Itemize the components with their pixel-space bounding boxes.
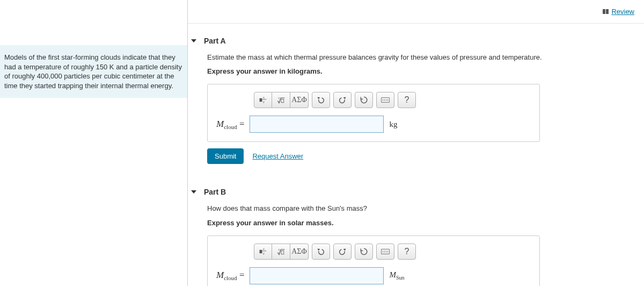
redo-button[interactable] bbox=[333, 92, 352, 108]
greek-button[interactable]: ΑΣΦ bbox=[290, 92, 309, 108]
reset-button[interactable] bbox=[355, 92, 373, 108]
part-a-instruction: Estimate the mass at which thermal press… bbox=[207, 53, 644, 62]
part-a-answer-row: Mcloud = kg bbox=[216, 116, 531, 133]
review-label: Review bbox=[611, 8, 634, 16]
radical-button[interactable]: x bbox=[272, 92, 290, 108]
keyboard-icon bbox=[381, 97, 390, 103]
part-a-variable: Mcloud = bbox=[216, 119, 244, 130]
keyboard-icon bbox=[381, 249, 390, 254]
svg-rect-11 bbox=[281, 251, 284, 254]
help-button[interactable]: ? bbox=[398, 92, 416, 108]
keyboard-button[interactable] bbox=[376, 92, 394, 108]
svg-text:x: x bbox=[278, 97, 280, 99]
caret-down-icon bbox=[191, 190, 196, 194]
part-b-title: Part B bbox=[204, 188, 226, 196]
caret-down-icon bbox=[191, 39, 196, 42]
request-answer-link[interactable]: Request Answer bbox=[252, 152, 303, 160]
review-icon bbox=[603, 9, 609, 14]
part-b-variable: Mcloud = bbox=[216, 270, 244, 281]
part-b-instruction: How does that mass compare with the Sun'… bbox=[207, 204, 644, 213]
main-content: Review Part A Estimate the mass at which… bbox=[188, 0, 644, 286]
part-a-toolbar: xy x ΑΣΦ bbox=[254, 92, 531, 108]
radical-button[interactable]: x bbox=[272, 244, 290, 260]
svg-rect-5 bbox=[281, 99, 284, 103]
review-link[interactable]: Review bbox=[603, 8, 634, 16]
svg-rect-0 bbox=[260, 98, 262, 102]
part-a-answer-box: xy x ΑΣΦ bbox=[207, 84, 540, 142]
part-b-input[interactable] bbox=[250, 267, 384, 284]
svg-rect-6 bbox=[260, 250, 262, 253]
part-a-actions: Submit Request Answer bbox=[207, 148, 644, 164]
greek-button[interactable]: ΑΣΦ bbox=[290, 244, 309, 260]
part-a-format: Express your answer in kilograms. bbox=[207, 67, 644, 76]
part-b-answer-row: Mcloud = MSun bbox=[216, 267, 531, 284]
part-b-unit: MSun bbox=[389, 270, 404, 281]
template-button[interactable]: xy bbox=[254, 92, 272, 108]
redo-button[interactable] bbox=[333, 244, 352, 260]
svg-text:y: y bbox=[263, 252, 265, 255]
part-b-header[interactable]: Part B bbox=[188, 180, 644, 204]
keyboard-button[interactable] bbox=[376, 244, 394, 260]
undo-button[interactable] bbox=[312, 92, 330, 108]
submit-button[interactable]: Submit bbox=[207, 148, 244, 164]
part-a-title: Part A bbox=[204, 37, 226, 45]
part-a-unit: kg bbox=[389, 120, 397, 129]
svg-text:y: y bbox=[263, 100, 265, 103]
top-bar: Review bbox=[188, 0, 644, 24]
problem-statement: Models of the first star-forming clouds … bbox=[0, 45, 187, 98]
svg-text:x: x bbox=[263, 96, 265, 99]
svg-text:x: x bbox=[263, 247, 265, 251]
reset-button[interactable] bbox=[355, 244, 373, 260]
part-b-format: Express your answer in solar masses. bbox=[207, 218, 644, 228]
part-b-body: How does that mass compare with the Sun'… bbox=[188, 204, 644, 286]
part-a-body: Estimate the mass at which thermal press… bbox=[188, 53, 644, 175]
part-b-answer-box: xy x ΑΣΦ bbox=[207, 235, 540, 286]
problem-sidebar: Models of the first star-forming clouds … bbox=[0, 0, 188, 286]
part-a-input[interactable] bbox=[250, 116, 384, 133]
svg-text:x: x bbox=[278, 248, 280, 251]
part-b-toolbar: xy x ΑΣΦ bbox=[254, 244, 531, 260]
part-a-header[interactable]: Part A bbox=[188, 29, 644, 53]
help-button[interactable]: ? bbox=[398, 244, 416, 260]
undo-button[interactable] bbox=[312, 244, 330, 260]
template-button[interactable]: xy bbox=[254, 244, 272, 260]
